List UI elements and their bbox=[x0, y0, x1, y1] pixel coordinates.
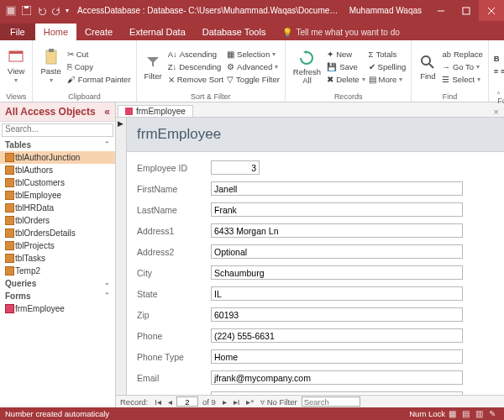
status-numlock: Num Lock bbox=[409, 409, 445, 418]
find-button[interactable]: Find bbox=[415, 53, 440, 81]
tell-me[interactable]: 💡 Tell me what you want to do bbox=[274, 24, 407, 40]
remove-label: Remove Sort bbox=[177, 74, 223, 86]
save-rec-label: Save bbox=[339, 61, 358, 73]
recnav-next-button[interactable]: ▸ bbox=[220, 397, 229, 407]
input-employeeid[interactable] bbox=[211, 160, 260, 175]
nav-item-tblauthorjunction[interactable]: tblAuthorJunction bbox=[0, 151, 115, 164]
save-icon[interactable] bbox=[20, 5, 32, 17]
align-buttons[interactable]: ≡ ≡ ≡ │ ⊞▾ bbox=[492, 66, 504, 77]
view-layout-icon[interactable]: ▥ bbox=[472, 409, 486, 418]
sort-desc-button[interactable]: Z↓Descending bbox=[166, 61, 225, 73]
tell-me-label: Tell me what you want to do bbox=[296, 28, 399, 37]
delete-button[interactable]: ✖Delete ▾ bbox=[325, 74, 366, 86]
label-address2: Address2 bbox=[137, 247, 211, 257]
label-phone: Phone bbox=[137, 331, 211, 341]
input-firstname[interactable] bbox=[211, 181, 463, 196]
nav-search-input[interactable] bbox=[5, 124, 110, 134]
ribbon-collapse-icon[interactable]: ˄ bbox=[496, 91, 501, 100]
nav-collapse-icon[interactable]: « bbox=[104, 106, 110, 118]
nav-item-tblorders[interactable]: tblOrders bbox=[0, 214, 115, 227]
redo-icon[interactable] bbox=[50, 5, 62, 17]
format-painter-button[interactable]: 🖌Format Painter bbox=[66, 74, 133, 86]
nav-search[interactable] bbox=[2, 123, 113, 137]
nav-item-temp2[interactable]: Temp2 bbox=[0, 265, 115, 277]
sort-asc-button[interactable]: A↓Ascending bbox=[166, 49, 225, 60]
copy-button[interactable]: ⎘Copy bbox=[66, 61, 133, 73]
nav-header[interactable]: All Access Objects « bbox=[0, 102, 115, 122]
nav-item-frmemployee[interactable]: frmEmployee bbox=[0, 302, 115, 315]
doc-tab-frmemployee[interactable]: frmEmployee bbox=[118, 105, 193, 117]
nav-item-tblhrdata[interactable]: tblHRData bbox=[0, 202, 115, 214]
recnav-prev-button[interactable]: ◂ bbox=[165, 397, 175, 407]
svg-rect-9 bbox=[9, 51, 23, 54]
recnav-nofilter[interactable]: ▿ No Filter bbox=[258, 397, 300, 407]
undo-icon[interactable] bbox=[35, 5, 47, 17]
totals-button[interactable]: ΣTotals bbox=[367, 49, 408, 60]
maximize-button[interactable] bbox=[454, 0, 479, 21]
view-form-icon[interactable]: ▦ bbox=[445, 409, 459, 418]
spelling-button[interactable]: ✔Spelling bbox=[367, 61, 408, 73]
qat-customize-icon[interactable]: ▾ bbox=[66, 7, 69, 14]
remove-sort-button[interactable]: ⨯Remove Sort bbox=[166, 74, 225, 86]
paste-button[interactable]: Paste▾ bbox=[36, 48, 65, 86]
form-icon bbox=[125, 108, 133, 115]
recnav-new-button[interactable]: ▸* bbox=[244, 397, 256, 407]
advanced-button[interactable]: ⚙Advanced ▾ bbox=[225, 61, 281, 73]
record-selector[interactable]: ▶ bbox=[116, 118, 127, 395]
input-email[interactable] bbox=[211, 370, 463, 385]
recnav-last-button[interactable]: ▸I bbox=[231, 397, 243, 407]
file-tab[interactable]: File bbox=[0, 24, 35, 40]
selection-button[interactable]: ▦Selection ▾ bbox=[225, 49, 281, 60]
nav-item-tblauthors[interactable]: tblAuthors bbox=[0, 164, 115, 176]
recnav-nofilter-label: No Filter bbox=[267, 397, 297, 407]
toggle-filter-button[interactable]: ▽Toggle Filter bbox=[225, 74, 281, 86]
nav-group-tables[interactable]: Tables⌃ bbox=[0, 139, 115, 151]
more-button[interactable]: ▤More ▾ bbox=[367, 74, 408, 86]
find-icon bbox=[419, 54, 436, 71]
minimize-button[interactable] bbox=[428, 0, 454, 21]
input-address1[interactable] bbox=[211, 223, 463, 238]
input-state[interactable] bbox=[211, 286, 463, 301]
tab-home[interactable]: Home bbox=[35, 24, 76, 40]
input-city[interactable] bbox=[211, 265, 463, 280]
cut-button[interactable]: ✂Cut bbox=[66, 49, 133, 60]
more-label: More bbox=[379, 74, 397, 86]
recnav-search-input[interactable] bbox=[302, 396, 360, 407]
nav-group-forms[interactable]: Forms⌃ bbox=[0, 290, 115, 302]
save-record-button[interactable]: 💾Save bbox=[325, 61, 366, 73]
input-address2[interactable] bbox=[211, 244, 463, 259]
nav-item-tblcustomers[interactable]: tblCustomers bbox=[0, 176, 115, 189]
nav-item-tblordersdetails[interactable]: tblOrdersDetails bbox=[0, 227, 115, 239]
refresh-all-button[interactable]: Refresh All bbox=[289, 49, 325, 86]
tab-database-tools[interactable]: Database Tools bbox=[194, 24, 275, 40]
input-phonetype[interactable] bbox=[211, 349, 463, 364]
bold-button[interactable]: B I U A▾ bbox=[492, 53, 504, 65]
ribbon-group-clipboard: Paste▾ ✂Cut ⎘Copy 🖌Format Painter Clipbo… bbox=[33, 40, 136, 102]
replace-button[interactable]: abReplace bbox=[440, 49, 484, 60]
view-button[interactable]: View▾ bbox=[3, 48, 29, 86]
user-name[interactable]: Muhammad Waqas bbox=[343, 6, 428, 15]
tab-create[interactable]: Create bbox=[76, 24, 121, 40]
input-phone[interactable] bbox=[211, 328, 463, 343]
recnav-first-button[interactable]: I◂ bbox=[152, 397, 164, 407]
filter-button[interactable]: Filter bbox=[140, 53, 166, 81]
paste-icon bbox=[43, 49, 60, 66]
input-lastname[interactable] bbox=[211, 202, 463, 217]
nav-item-tbltasks[interactable]: tblTasks bbox=[0, 252, 115, 265]
input-zip[interactable] bbox=[211, 307, 463, 322]
label-lastname: LastName bbox=[137, 205, 211, 215]
tab-external-data[interactable]: External Data bbox=[121, 24, 194, 40]
nav-group-queries[interactable]: Queries⌄ bbox=[0, 277, 115, 290]
ribbon-group-find: Find abReplace →Go To ▾ ☰Select ▾ Find bbox=[412, 40, 488, 102]
view-design-icon[interactable]: ✎ bbox=[486, 409, 499, 418]
nav-item-tblprojects[interactable]: tblProjects bbox=[0, 239, 115, 252]
new-button[interactable]: ✦New bbox=[325, 49, 366, 60]
nav-item-tblemployee[interactable]: tblEmployee bbox=[0, 189, 115, 202]
close-button[interactable] bbox=[479, 0, 504, 21]
input-jobtitle[interactable] bbox=[211, 391, 463, 395]
doc-tab-close-icon[interactable]: × bbox=[489, 107, 504, 117]
recnav-current-input[interactable] bbox=[176, 396, 198, 407]
goto-button[interactable]: →Go To ▾ bbox=[440, 61, 484, 73]
select-button[interactable]: ☰Select ▾ bbox=[440, 74, 484, 86]
view-datasheet-icon[interactable]: ▤ bbox=[459, 409, 472, 418]
